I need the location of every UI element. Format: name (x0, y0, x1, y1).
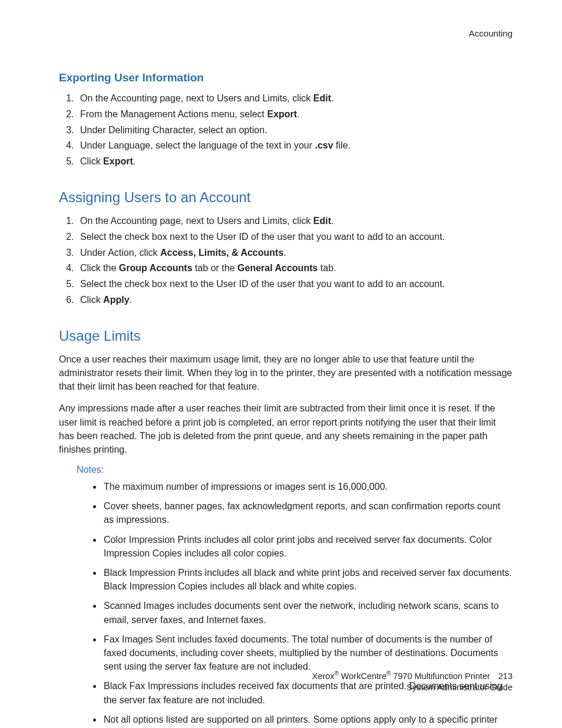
list-item: Under Language, select the language of t… (77, 139, 513, 153)
footer-line-2: System Administrator Guide (312, 682, 513, 694)
exporting-steps-list: On the Accounting page, next to Users an… (59, 91, 513, 169)
list-item: Select the check box next to the User ID… (77, 230, 513, 245)
body-paragraph: Once a user reaches their maximum usage … (59, 353, 513, 394)
heading-assigning-users: Assigning Users to an Account (59, 189, 513, 206)
heading-usage-limits: Usage Limits (59, 328, 513, 344)
list-item: Click Apply. (77, 293, 513, 308)
list-item: Not all options listed are supported on … (103, 713, 513, 728)
list-item: From the Management Actions menu, select… (77, 107, 513, 122)
list-item: Under Delimiting Character, select an op… (77, 123, 513, 138)
heading-exporting-user-information: Exporting User Information (59, 71, 513, 84)
list-item: Select the check box next to the User ID… (77, 277, 513, 292)
notes-label: Notes: (77, 465, 513, 475)
list-item: Click Export. (77, 154, 513, 169)
document-page: Accounting Exporting User Information On… (0, 0, 562, 728)
list-item: On the Accounting page, next to Users an… (77, 214, 513, 229)
list-item: Click the Group Accounts tab or the Gene… (77, 261, 513, 276)
body-paragraph: Any impressions made after a user reache… (59, 401, 513, 456)
header-section-label: Accounting (59, 28, 513, 38)
list-item: Scanned Images includes documents sent o… (103, 599, 513, 626)
list-item: On the Accounting page, next to Users an… (77, 91, 513, 106)
list-item: Black Impression Prints includes all bla… (103, 566, 513, 593)
list-item: The maximum number of impressions or ima… (103, 480, 513, 493)
list-item: Cover sheets, banner pages, fax acknowle… (103, 499, 513, 526)
list-item: Under Action, click Access, Limits, & Ac… (77, 246, 513, 261)
list-item: Fax Images Sent includes faxed documents… (103, 633, 513, 674)
assigning-steps-list: On the Accounting page, next to Users an… (59, 214, 513, 308)
page-number: 213 (498, 671, 513, 681)
footer-line-1: Xerox® WorkCentre® 7970 Multifunction Pr… (312, 670, 513, 682)
list-item: Color Impression Prints includes all col… (103, 533, 513, 560)
page-footer: Xerox® WorkCentre® 7970 Multifunction Pr… (312, 670, 513, 694)
